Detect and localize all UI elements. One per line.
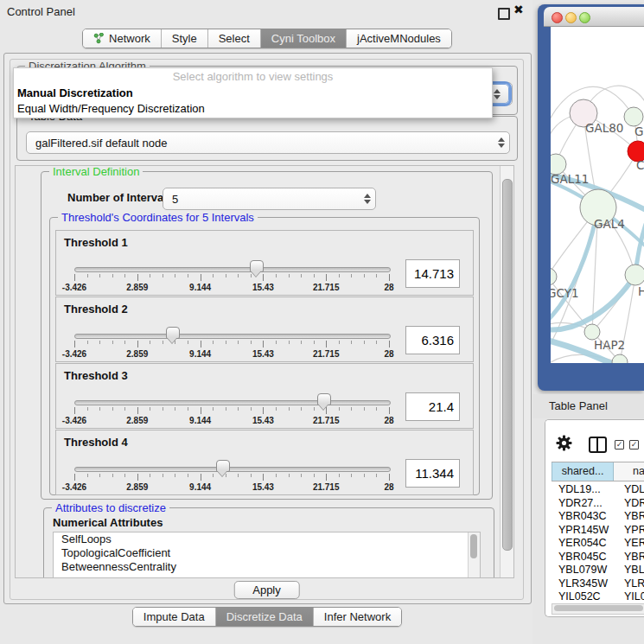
threshold-value-field[interactable]: 14.713 [405, 259, 460, 288]
tick-mark [351, 474, 352, 477]
network-node-label: GAL4 [594, 217, 625, 231]
tick-mark [99, 274, 100, 277]
attribute-item[interactable]: TopologicalCoefficient [54, 546, 480, 560]
number-of-intervals-stepper[interactable] [360, 194, 375, 204]
tick-mark [314, 341, 315, 344]
close-traffic-light-icon[interactable] [552, 12, 563, 23]
apply-button[interactable]: Apply [233, 581, 300, 599]
tick-mark [137, 407, 138, 414]
screen: Control Panel ✖ NetworkStyleSelectCyni T… [0, 0, 644, 644]
bottom-tab-impute-data[interactable]: Impute Data [133, 608, 215, 626]
network-node-node-partial-h[interactable] [625, 265, 644, 285]
network-node-gcy1[interactable] [551, 268, 557, 285]
slider-track[interactable] [74, 334, 391, 339]
tick-mark [339, 474, 340, 477]
tick-label: 28 [384, 283, 393, 292]
column-header-name[interactable]: na [614, 462, 644, 481]
network-window-titlebar[interactable] [544, 7, 644, 27]
split-view-icon[interactable] [589, 437, 607, 453]
dropdown-option[interactable]: Manual Discretization [14, 86, 492, 101]
table-panel-card: ✓ ✓ shared... na YDL19...YDL1YDR27...YDR… [545, 419, 644, 617]
tick-mark [150, 474, 150, 477]
threshold-slider[interactable]: -3.4262.8599.14415.4321.71528 [74, 260, 389, 293]
tab-network[interactable]: Network [83, 29, 161, 48]
tick-mark [112, 341, 113, 344]
tab-style[interactable]: Style [161, 29, 207, 48]
minimize-traffic-light-icon[interactable] [565, 12, 577, 23]
cell-name: YPR1 [620, 524, 644, 538]
tab-segments: Impute DataDiscretize DataInfer Network [132, 607, 402, 627]
slider-track[interactable] [74, 267, 391, 272]
table-row[interactable]: YBR043CYBR0 [552, 510, 644, 524]
table-row[interactable]: YBL079WYBL0 [552, 564, 644, 577]
bottom-tab-discretize-data[interactable]: Discretize Data [215, 608, 313, 626]
table-row[interactable]: YER054CYER0 [552, 537, 644, 551]
cell-shared-name: YIL052C [552, 590, 620, 603]
tab-label: Select [219, 32, 250, 45]
tick-label: 9.144 [189, 283, 211, 292]
checkbox-icon[interactable]: ✓ [629, 440, 639, 450]
slider-track[interactable] [74, 400, 391, 405]
float-window-icon[interactable] [498, 8, 510, 20]
table-row[interactable]: YDR27...YDR2 [552, 497, 644, 511]
settings-vertical-scrollbar[interactable] [500, 166, 513, 577]
tick-mark [150, 341, 150, 344]
network-canvas[interactable]: GAL80GCGAL11GAL4GCY1HHAP2 [551, 27, 644, 363]
tick-mark [74, 274, 75, 281]
attribute-item[interactable]: BetweennessCentrality [54, 560, 480, 574]
tab-jactivemnodules[interactable]: jActiveMNodules [346, 29, 451, 48]
threshold-value-field[interactable]: 11.344 [405, 459, 460, 488]
tab-label: Cyni Toolbox [271, 32, 335, 45]
tick-mark [326, 341, 327, 348]
threshold-label: Threshold 3 [64, 369, 128, 382]
table-row[interactable]: YDL19...YDL1 [552, 483, 644, 497]
scrollbar-thumb[interactable] [554, 605, 643, 611]
threshold-slider[interactable]: -3.4262.8599.14415.4321.71528 [74, 460, 389, 493]
table-row[interactable]: YIL052CYIL0 [552, 590, 644, 603]
tab-cyni-toolbox[interactable]: Cyni Toolbox [260, 29, 346, 48]
network-view-window: GAL80GCGAL11GAL4GCY1HHAP2 [538, 4, 644, 391]
table-row[interactable]: YPR145WYPR1 [552, 524, 644, 538]
dropdown-placeholder-option[interactable]: Select algorithm to view settings [14, 68, 492, 86]
dropdown-option[interactable]: Equal Width/Frequency Discretization [14, 101, 492, 117]
column-header-shared[interactable]: shared... [552, 462, 614, 481]
network-node-node-partial-g[interactable] [624, 107, 643, 126]
tab-segments: NetworkStyleSelectCyni ToolboxjActiveMNo… [82, 29, 452, 48]
tick-label: 15.43 [252, 283, 274, 292]
table-row[interactable]: YLR345WYLR3 [552, 577, 644, 591]
checkbox-icon[interactable]: ✓ [615, 440, 624, 450]
number-of-intervals-select[interactable]: 5 [163, 188, 376, 210]
threshold-slider[interactable]: -3.4262.8599.14415.4321.71528 [74, 327, 389, 360]
gear-icon[interactable] [556, 435, 572, 451]
slider-thumb[interactable] [250, 260, 264, 272]
slider-thumb[interactable] [317, 393, 331, 405]
close-icon[interactable]: ✖ [513, 3, 524, 16]
table-horizontal-scrollbar[interactable] [552, 603, 644, 615]
table-data-select-stepper[interactable] [494, 137, 509, 148]
zoom-traffic-light-icon[interactable] [579, 12, 590, 23]
table-data-select[interactable]: galFiltered.sif default node [26, 131, 510, 154]
tick-mark [74, 341, 75, 348]
table-row[interactable]: YBR045CYBR0 [552, 551, 644, 564]
slider-thumb[interactable] [166, 327, 180, 339]
scrollbar-thumb[interactable] [502, 179, 513, 551]
network-graph: GAL80GCGAL11GAL4GCY1HHAP2 [551, 27, 644, 363]
attributes-list-scrollbar[interactable] [468, 532, 480, 577]
threshold-slider[interactable]: -3.4262.8599.14415.4321.71528 [74, 393, 389, 426]
slider-thumb[interactable] [216, 460, 230, 472]
tick-mark [289, 474, 290, 477]
bottom-tab-infer-network[interactable]: Infer Network [313, 608, 401, 626]
tick-mark [201, 341, 201, 348]
threshold-value-field[interactable]: 6.316 [405, 326, 460, 354]
slider-tick-labels: -3.4262.8599.14415.4321.71528 [74, 283, 389, 293]
scrollbar-thumb[interactable] [470, 534, 477, 558]
tab-select[interactable]: Select [207, 29, 260, 48]
attribute-item[interactable]: SelfLoops [54, 532, 480, 546]
tick-mark [376, 274, 377, 277]
slider-track[interactable] [74, 467, 391, 472]
numerical-attributes-list[interactable]: SelfLoopsTopologicalCoefficientBetweenne… [53, 532, 481, 578]
tick-label: -3.426 [62, 416, 86, 425]
tick-mark [251, 407, 252, 411]
cell-name: YDL1 [620, 483, 644, 497]
threshold-value-field[interactable]: 21.4 [405, 392, 460, 421]
